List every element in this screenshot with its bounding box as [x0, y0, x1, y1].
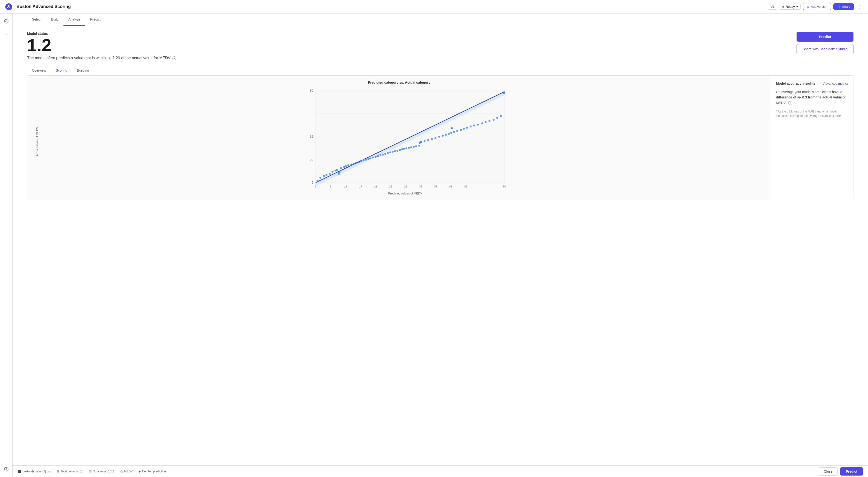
svg-point-38 [336, 169, 338, 171]
model-status-info-icon[interactable]: i [173, 56, 176, 60]
file-icon: ⬛ [18, 470, 21, 473]
tab-build[interactable]: Build [46, 13, 63, 26]
svg-point-49 [363, 160, 365, 161]
svg-point-91 [481, 123, 483, 124]
svg-point-93 [489, 120, 490, 122]
share-button[interactable]: 👥 Share [833, 3, 854, 10]
share-label: Share [842, 5, 850, 8]
nav-tabs: Select Build Analyze Predict [12, 13, 868, 26]
svg-point-88 [470, 126, 471, 128]
svg-point-100 [338, 171, 341, 174]
tab-predict[interactable]: Predict [85, 13, 105, 26]
bottom-file-name: boston-housing(2).csv [23, 470, 51, 473]
insights-info-icon[interactable]: i [788, 101, 792, 105]
ready-badge[interactable]: Ready ▾ [780, 4, 801, 10]
app-title: Boston Advanced Scoring [17, 4, 764, 9]
sidebar-icon-brain[interactable] [2, 18, 10, 25]
svg-point-59 [387, 152, 389, 154]
bottom-target-meta: ◎ MEDV [120, 470, 133, 473]
close-button[interactable]: Close [819, 467, 838, 476]
predict-main-button[interactable]: Predict [797, 32, 854, 42]
model-status-desc: The model often predicts a value that is… [27, 56, 176, 60]
insights-header: Model accuracy insights Advanced metrics [776, 81, 848, 86]
svg-point-58 [384, 153, 386, 155]
svg-text:5: 5 [311, 181, 313, 184]
svg-text:33: 33 [419, 185, 422, 188]
target-icon: ◎ [120, 470, 123, 473]
bottom-type-meta: ◈ Number prediction [138, 470, 166, 473]
svg-point-64 [399, 149, 401, 151]
chart-container: Predicted category vs. Actual category A… [27, 76, 771, 200]
svg-point-97 [503, 92, 505, 94]
topbar-actions: V1 Ready ▾ ⊕ Add version 👥 Share ⋮ [768, 3, 863, 11]
insights-panel: Model accuracy insights Advanced metrics… [771, 76, 853, 200]
chart-x-label: Predicted values of MEDV [44, 192, 766, 195]
svg-point-90 [477, 124, 479, 126]
columns-icon: ⊞ [57, 470, 59, 473]
svg-point-76 [431, 138, 433, 140]
model-status-label: Model status [27, 32, 176, 36]
advanced-metrics-link[interactable]: Advanced metrics [824, 82, 848, 86]
sidebar-icon-list[interactable] [2, 30, 10, 38]
svg-text:25: 25 [389, 185, 392, 188]
svg-point-62 [394, 150, 396, 152]
version-badge[interactable]: V1 [768, 4, 777, 10]
svg-point-31 [316, 180, 318, 182]
svg-point-53 [372, 157, 374, 159]
svg-point-61 [392, 151, 394, 152]
svg-point-55 [377, 155, 379, 157]
svg-text:37: 37 [434, 185, 437, 188]
svg-point-71 [415, 145, 417, 147]
svg-point-69 [410, 146, 412, 148]
sagemaker-button[interactable]: Share with SageMaker Studio [797, 44, 854, 54]
sub-tab-scoring[interactable]: Scoring [51, 66, 72, 75]
svg-point-72 [418, 145, 420, 146]
chevron-down-icon: ▾ [796, 5, 798, 8]
svg-point-89 [473, 125, 475, 127]
svg-point-77 [434, 137, 436, 139]
svg-point-75 [427, 139, 429, 141]
svg-point-83 [453, 131, 455, 133]
bottom-rows-meta: ☰ Total rows: 1012 [89, 470, 114, 473]
add-version-label: Add version [811, 5, 828, 8]
predict-bottom-button[interactable]: Predict [840, 467, 863, 476]
svg-point-86 [463, 128, 465, 130]
sub-tab-building[interactable]: Building [72, 66, 94, 75]
svg-point-60 [389, 151, 391, 154]
bottom-actions: Close Predict [819, 467, 863, 476]
tab-analyze[interactable]: Analyze [63, 13, 85, 26]
insights-note: * As the thickness of the MAE band on a … [776, 109, 848, 118]
rows-icon: ☰ [89, 470, 92, 473]
sub-tab-overview[interactable]: Overview [27, 66, 51, 75]
svg-point-87 [466, 127, 468, 129]
chart-wrapper: Actual values of MEDV [32, 88, 766, 195]
svg-point-84 [456, 130, 458, 132]
svg-point-85 [460, 129, 462, 131]
svg-point-66 [403, 148, 405, 150]
svg-text:13: 13 [344, 185, 347, 188]
bottom-target: MEDV [124, 470, 133, 473]
sidebar-icon-help[interactable]: ? [2, 466, 10, 473]
svg-text:29: 29 [404, 185, 407, 188]
sub-tabs: Overview Scoring Building [27, 66, 854, 75]
svg-text:17: 17 [359, 185, 362, 188]
model-status-number: 1.2 [27, 37, 176, 54]
more-options-button[interactable]: ⋮ [857, 3, 863, 11]
svg-point-50 [365, 159, 367, 161]
ready-label: Ready [786, 5, 795, 8]
model-status-section: Model status 1.2 The model often predict… [27, 32, 854, 60]
svg-text:50: 50 [503, 185, 506, 188]
add-version-button[interactable]: ⊕ Add version [803, 3, 831, 10]
chart-title: Predicted category vs. Actual category [32, 80, 766, 84]
svg-point-1 [8, 5, 9, 6]
tab-select[interactable]: Select [27, 13, 46, 26]
sidebar: ? [0, 13, 12, 477]
svg-point-67 [405, 147, 407, 149]
svg-point-33 [323, 175, 325, 177]
svg-point-46 [355, 162, 357, 164]
chart-area: 5 20 35 50 5 9 13 17 [44, 88, 766, 190]
bottom-columns: Total columns: 14 [61, 470, 83, 473]
svg-text:41: 41 [449, 185, 452, 188]
model-status-left: Model status 1.2 The model often predict… [27, 32, 176, 60]
svg-point-43 [347, 164, 349, 166]
